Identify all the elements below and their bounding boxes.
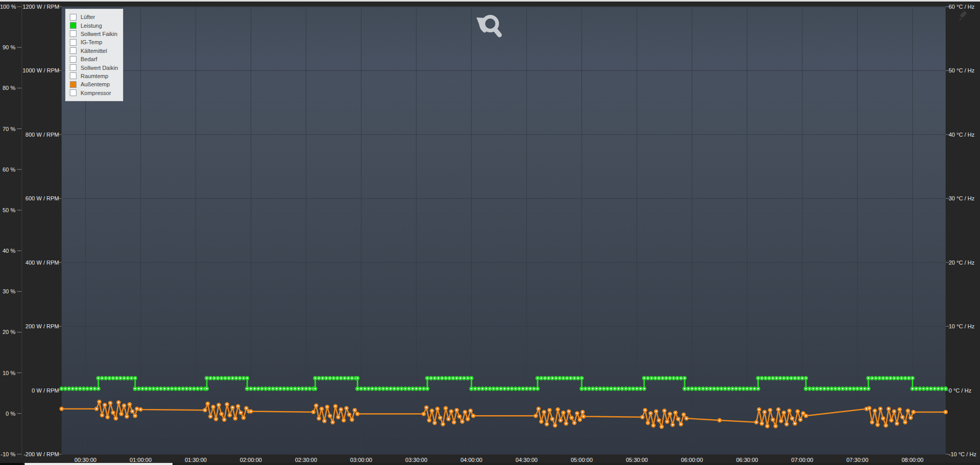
data-point-center — [551, 418, 553, 420]
legend-item-kompressor[interactable]: Kompressor — [70, 89, 118, 97]
legend-checkbox-ig-temp[interactable] — [70, 39, 76, 46]
data-point-center — [107, 416, 108, 418]
legend-checkbox-aussentemp[interactable] — [70, 81, 76, 88]
data-point-center — [901, 416, 903, 418]
data-point-center — [699, 388, 700, 389]
data-point-center — [885, 425, 887, 426]
data-point-center — [131, 411, 133, 412]
percent-axis-label: 30 % — [0, 288, 15, 295]
data-point-center — [566, 378, 568, 379]
percent-axis-label: 70 % — [0, 125, 15, 133]
data-point-center — [112, 378, 114, 379]
data-point-center — [658, 420, 660, 421]
data-point-center — [206, 388, 207, 389]
data-point-center — [258, 388, 259, 389]
legend-item-ig-temp[interactable]: IG-Temp — [70, 38, 118, 46]
data-point-center — [746, 388, 748, 389]
data-point-center — [541, 421, 542, 422]
legend-checkbox-leistung[interactable] — [70, 22, 76, 29]
data-point-center — [582, 411, 584, 413]
legend-item-sollwert-daikin[interactable]: Sollwert Daikin — [70, 63, 118, 71]
legend-item-kaeltemittel[interactable]: Kältemittel — [70, 47, 118, 55]
data-point-center — [789, 410, 790, 412]
data-point-center — [735, 388, 737, 389]
edit-pencil-icon[interactable] — [958, 10, 969, 22]
data-point-center — [739, 388, 741, 389]
legend-checkbox-sollwert-daikin[interactable] — [70, 64, 76, 71]
data-point-center — [930, 388, 932, 389]
data-point-center — [500, 388, 502, 389]
legend-item-bedarf[interactable]: Bedarf — [70, 55, 118, 63]
data-point-center — [236, 378, 237, 379]
data-point-center — [511, 388, 513, 389]
data-point-center — [324, 420, 325, 422]
data-point-center — [357, 413, 358, 415]
horizontal-scrollbar-track[interactable] — [23, 463, 980, 465]
data-point-center — [375, 388, 377, 389]
data-point-center — [871, 421, 873, 423]
legend-checkbox-bedarf[interactable] — [70, 56, 76, 63]
data-point-center — [221, 378, 222, 379]
data-point-center — [869, 407, 870, 409]
data-point-center — [261, 388, 263, 389]
data-point-center — [794, 423, 796, 424]
data-point-center — [340, 409, 342, 411]
data-point-center — [546, 423, 548, 425]
data-point-center — [237, 405, 239, 407]
legend-checkbox-kaeltemittel[interactable] — [70, 47, 76, 54]
data-point-center — [246, 388, 248, 389]
data-point-center — [265, 388, 266, 389]
data-point-center — [127, 378, 128, 379]
data-point-center — [643, 378, 645, 379]
data-point-center — [167, 388, 169, 389]
data-point-center — [882, 418, 884, 419]
data-point-center — [912, 388, 913, 389]
data-point-center — [294, 388, 296, 389]
data-point-center — [622, 388, 623, 389]
data-point-center — [551, 378, 553, 379]
data-point-center — [149, 388, 150, 389]
legend-checkbox-luefter[interactable] — [70, 14, 76, 21]
legend-item-leistung[interactable]: Leistung — [70, 21, 118, 29]
legend-checkbox-kompressor[interactable] — [70, 89, 76, 96]
data-point-center — [126, 416, 128, 417]
data-point-center — [757, 378, 759, 379]
data-point-center — [83, 388, 85, 389]
data-point-center — [669, 413, 671, 415]
reset-zoom-button[interactable] — [473, 10, 506, 43]
data-point-center — [888, 408, 890, 410]
data-point-center — [783, 412, 785, 414]
legend-item-luefter[interactable]: Lüfter — [70, 13, 118, 21]
chart-legend: LüfterLeistungSollwert FaikinIG-TempKält… — [65, 9, 123, 101]
data-point-center — [533, 388, 535, 389]
data-point-center — [138, 388, 140, 389]
data-point-center — [394, 388, 395, 389]
data-point-center — [923, 388, 925, 389]
legend-checkbox-raumtemp[interactable] — [70, 72, 76, 79]
data-point-center — [632, 388, 634, 389]
data-point-center — [134, 415, 136, 417]
data-point-center — [559, 378, 561, 379]
data-point-center — [134, 378, 136, 379]
data-point-center — [860, 388, 862, 389]
data-point-center — [456, 378, 457, 379]
data-point-center — [459, 416, 460, 417]
data-point-center — [775, 425, 776, 427]
percent-axis-label: 100 % — [0, 3, 15, 10]
horizontal-scrollbar-thumb[interactable] — [25, 463, 172, 465]
legend-checkbox-sollwert-faikin[interactable] — [70, 30, 76, 37]
data-point-center — [315, 405, 317, 406]
data-point-center — [801, 378, 803, 379]
data-point-center — [780, 420, 782, 422]
data-point-center — [719, 420, 720, 421]
legend-item-sollwert-faikin[interactable]: Sollwert Faikin — [70, 30, 118, 38]
data-point-center — [272, 388, 274, 389]
legend-item-aussentemp[interactable]: Außentemp — [70, 80, 118, 88]
data-point-center — [493, 388, 494, 389]
data-point-center — [721, 388, 722, 389]
data-point-center — [423, 413, 425, 415]
data-point-center — [217, 378, 219, 379]
top-scrollbar[interactable] — [0, 0, 980, 2]
data-point-center — [656, 411, 657, 412]
legend-item-raumtemp[interactable]: Raumtemp — [70, 72, 118, 80]
